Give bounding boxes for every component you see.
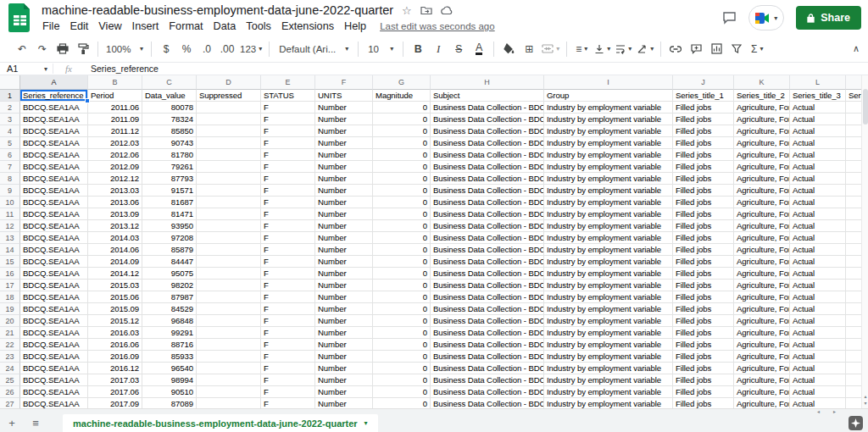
cell-I13[interactable]: Industry by employment variable [544,232,673,244]
row-header-14[interactable]: 14 [0,244,20,256]
cell-K13[interactable]: Agriculture, Fore [734,232,790,244]
cell-I14[interactable]: Industry by employment variable [544,244,673,256]
column-header-F[interactable]: F [315,75,373,90]
cell-C26[interactable]: 90510 [142,386,197,398]
decrease-decimal-button[interactable]: .0 [197,39,217,59]
cell-F8[interactable]: Number [315,173,373,185]
cell-J16[interactable]: Filled jobs [673,268,734,280]
cell-A24[interactable]: BDCQ.SEA1AA [20,363,88,374]
cell-D6[interactable] [197,149,261,161]
cell-E5[interactable]: F [261,137,315,149]
row-header-17[interactable]: 17 [0,280,20,291]
cell-J9[interactable]: Filled jobs [673,185,734,197]
cell-H25[interactable]: Business Data Collection - BDC [431,374,544,386]
cell-E19[interactable]: F [261,303,315,315]
row-header-24[interactable]: 24 [0,363,20,374]
cell-D21[interactable] [197,327,261,339]
row-header-19[interactable]: 19 [0,303,20,315]
cell-K24[interactable]: Agriculture, Fore [734,363,790,374]
cell-K5[interactable]: Agriculture, Fore [734,137,790,149]
cell-H15[interactable]: Business Data Collection - BDC [431,256,544,268]
cell-D10[interactable] [197,197,261,208]
last-edit-status[interactable]: Last edit was seconds ago [380,21,495,31]
cell-H21[interactable]: Business Data Collection - BDC [431,327,544,339]
cell-G20[interactable]: 0 [373,315,431,327]
cell-L23[interactable]: Actual [790,351,846,363]
cell-B15[interactable]: 2014.09 [88,256,142,268]
cell-J12[interactable]: Filled jobs [673,220,734,232]
cell-L20[interactable]: Actual [790,315,846,327]
cell-A15[interactable]: BDCQ.SEA1AA [20,256,88,268]
cell-H9[interactable]: Business Data Collection - BDC [431,185,544,197]
cell-L26[interactable]: Actual [790,386,846,398]
cell-D3[interactable] [197,114,261,125]
cell-A5[interactable]: BDCQ.SEA1AA [20,137,88,149]
cell-F13[interactable]: Number [315,232,373,244]
cell-L24[interactable]: Actual [790,363,846,374]
cell-J19[interactable]: Filled jobs [673,303,734,315]
cell-C23[interactable]: 85933 [142,351,197,363]
menu-data[interactable]: Data [209,20,242,32]
row-header-8[interactable]: 8 [0,173,20,185]
cell-G6[interactable]: 0 [373,149,431,161]
cell-L2[interactable]: Actual [790,102,846,114]
cell-E15[interactable]: F [261,256,315,268]
fill-color-button[interactable] [498,39,519,59]
cell-A6[interactable]: BDCQ.SEA1AA [20,149,88,161]
cell-M14[interactable] [846,244,861,256]
cell-E18[interactable]: F [261,291,315,303]
cell-E10[interactable]: F [261,197,315,208]
cell-B27[interactable]: 2017.09 [88,398,142,408]
redo-button[interactable]: ↷ [32,39,53,59]
cell-D8[interactable] [197,173,261,185]
cell-A18[interactable]: BDCQ.SEA1AA [20,291,88,303]
horizontal-align-button[interactable]: ≡ ▾ [571,39,592,59]
cell-K23[interactable]: Agriculture, Fore [734,351,790,363]
cell-M3[interactable] [846,114,861,125]
cell-C10[interactable]: 81687 [142,197,197,208]
row-header-25[interactable]: 25 [0,374,20,386]
menu-insert[interactable]: Insert [127,20,164,32]
cell-C8[interactable]: 87793 [142,173,197,185]
cell-B4[interactable]: 2011.12 [88,125,142,137]
cell-D5[interactable] [197,137,261,149]
cell-C13[interactable]: 97208 [142,232,197,244]
cell-G8[interactable]: 0 [373,173,431,185]
cell-M15[interactable] [846,256,861,268]
select-all-corner[interactable] [0,75,20,90]
cell-J4[interactable]: Filled jobs [673,125,734,137]
cell-D7[interactable] [197,161,261,173]
cell-E4[interactable]: F [261,125,315,137]
cell-G7[interactable]: 0 [373,161,431,173]
cell-I22[interactable]: Industry by employment variable [544,339,673,351]
cell-I2[interactable]: Industry by employment variable [544,102,673,114]
cell-H18[interactable]: Business Data Collection - BDC [431,291,544,303]
cell-E17[interactable]: F [261,280,315,291]
cell-J11[interactable]: Filled jobs [673,208,734,220]
cell-D20[interactable] [197,315,261,327]
cell-J18[interactable]: Filled jobs [673,291,734,303]
cell-H7[interactable]: Business Data Collection - BDC [431,161,544,173]
cell-J26[interactable]: Filled jobs [673,386,734,398]
row-header-21[interactable]: 21 [0,327,20,339]
cell-F27[interactable]: Number [315,398,373,408]
text-wrap-button[interactable]: ▾ [613,39,634,59]
document-title[interactable]: machine-readable-business-employment-dat… [42,3,393,17]
cell-K1[interactable]: Series_title_2 [734,90,790,102]
cell-K14[interactable]: Agriculture, Fore [734,244,790,256]
cell-M25[interactable] [846,374,861,386]
cell-D9[interactable] [197,185,261,197]
cell-C4[interactable]: 85850 [142,125,197,137]
cell-L25[interactable]: Actual [790,374,846,386]
cell-F18[interactable]: Number [315,291,373,303]
cell-C22[interactable]: 88716 [142,339,197,351]
cell-F16[interactable]: Number [315,268,373,280]
cell-J27[interactable]: Filled jobs [673,398,734,408]
cell-J25[interactable]: Filled jobs [673,374,734,386]
cell-C9[interactable]: 91571 [142,185,197,197]
cell-B21[interactable]: 2016.03 [88,327,142,339]
cell-I10[interactable]: Industry by employment variable [544,197,673,208]
cell-M4[interactable] [846,125,861,137]
cell-C18[interactable]: 87987 [142,291,197,303]
cell-L19[interactable]: Actual [790,303,846,315]
